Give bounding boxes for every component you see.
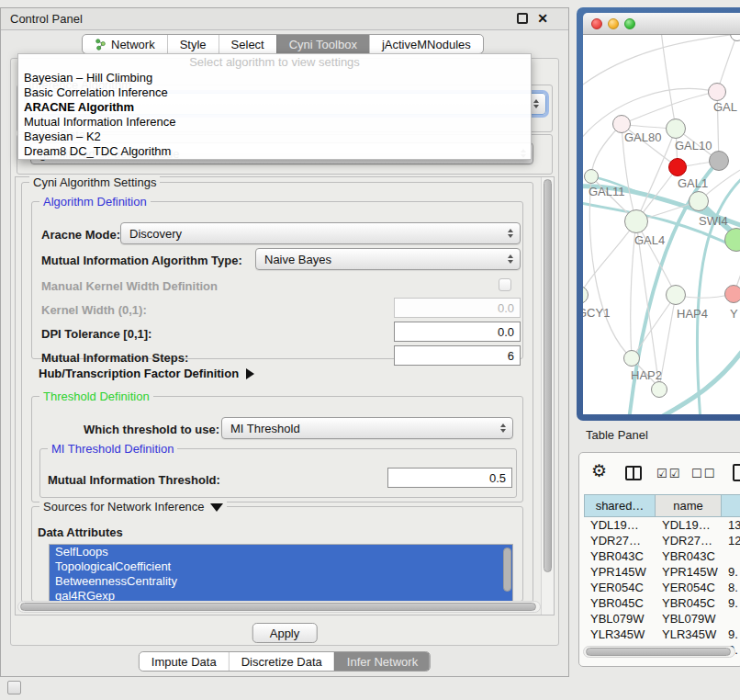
node-label-gal10: GAL10 <box>675 139 712 152</box>
network-view-window: GALGAL80GAL10GAL1GAL11SWI4GAL4GCY1HAP4YH… <box>577 7 740 421</box>
mi-threshold-input[interactable] <box>387 468 512 488</box>
data-attributes-items: SelfLoopsTopologicalCoefficientBetweenne… <box>50 545 512 603</box>
stepper-arrows-icon <box>533 99 539 108</box>
node-label-swi4: SWI4 <box>699 214 728 228</box>
algorithm-option-bayesian-k2[interactable]: Bayesian – K2 <box>18 130 531 144</box>
tab-infer-network[interactable]: Infer Network <box>334 652 430 671</box>
data-attributes-list: SelfLoopsTopologicalCoefficientBetweenne… <box>49 544 513 603</box>
mi-algorithm-type-label: Mutual Information Algorithm Type: <box>41 254 242 267</box>
attribute-item-selfloops[interactable]: SelfLoops <box>50 545 512 559</box>
mi-steps-label: Mutual Information Steps: <box>41 351 188 365</box>
control-panel-tabs: NetworkStyleSelectCyni ToolboxjActiveMNo… <box>82 34 484 54</box>
document-icon[interactable] <box>733 464 740 481</box>
algorithm-popup-placeholder: Select algorithm to view settings <box>18 54 531 71</box>
network-node-swi4[interactable] <box>689 191 709 211</box>
apply-button[interactable]: Apply <box>252 623 318 643</box>
control-panel-bottom-tabs: Impute DataDiscretize DataInfer Network <box>139 651 431 672</box>
tab-cyni-toolbox[interactable]: Cyni Toolbox <box>276 35 369 53</box>
settings-vertical-scrollbar[interactable] <box>541 177 554 615</box>
which-threshold-combobox[interactable]: MI Threshold <box>221 417 513 439</box>
select-all-checkboxes-icon[interactable]: ☑☑ <box>656 467 681 480</box>
table-horizontal-scrollbar[interactable] <box>583 646 735 658</box>
mi-threshold-label: Mutual Information Threshold: <box>48 473 220 487</box>
control-panel-window: Control Panel ✕ NetworkStyleSelectCyni T… <box>0 7 569 677</box>
stepper-arrows-icon <box>500 423 506 433</box>
network-node-hap2[interactable] <box>623 350 640 367</box>
tab-discretize-data[interactable]: Discretize Data <box>229 652 334 671</box>
network-window-titlebar[interactable] <box>583 13 740 35</box>
table-row[interactable]: YDR27…YDR27…12 <box>584 533 740 548</box>
dpi-tolerance-input[interactable] <box>394 322 521 342</box>
which-threshold-label: Which threshold to use: <box>84 423 219 436</box>
network-canvas[interactable]: GALGAL80GAL10GAL1GAL11SWI4GAL4GCY1HAP4YH… <box>583 35 740 414</box>
network-node-gal1[interactable] <box>668 158 687 176</box>
float-panel-icon[interactable] <box>517 13 528 24</box>
hub-transcription-expander[interactable]: Hub/Transcription Factor Definition <box>39 367 254 380</box>
settings-horizontal-scrollbar-thumb[interactable] <box>20 603 536 611</box>
algorithm-option-mutual-information-inference[interactable]: Mutual Information Inference <box>18 115 531 130</box>
tab-impute-data[interactable]: Impute Data <box>140 652 229 671</box>
columns-icon[interactable] <box>625 466 642 480</box>
mi-threshold-definition-group: MI Threshold Definition Mutual Informati… <box>39 448 517 498</box>
tab-select[interactable]: Select <box>219 35 276 53</box>
algorithm-definition-title: Algorithm Definition <box>39 195 151 209</box>
tab-style[interactable]: Style <box>167 35 219 53</box>
aracne-mode-label: Aracne Mode: <box>41 228 120 242</box>
dpi-tolerance-label: DPI Tolerance [0,1]: <box>41 327 151 341</box>
node-label-hap2: HAP2 <box>631 368 662 382</box>
control-panel-titlebar: Control Panel ✕ <box>1 8 568 30</box>
settings-scroll-area: Cyni Algorithm Settings Algorithm Defini… <box>15 176 555 615</box>
network-node-gal10[interactable] <box>666 119 686 139</box>
minimize-traffic-light-icon[interactable] <box>608 18 619 29</box>
mi-steps-input[interactable] <box>394 345 521 366</box>
zoom-traffic-light-icon[interactable] <box>624 18 635 29</box>
column-header-name[interactable]: name <box>656 494 722 517</box>
list-scrollbar-thumb[interactable] <box>503 548 511 592</box>
attribute-item-betweennesscentrality[interactable]: BetweennessCentrality <box>50 574 512 589</box>
table-row[interactable]: YDL19…YDL19…13 <box>584 517 740 533</box>
node-label-gcy1: GCY1 <box>583 306 610 320</box>
mi-algorithm-type-combobox[interactable]: Naive Bayes <box>255 248 521 270</box>
algorithm-option-bayesian-hill-climbing[interactable]: Bayesian – Hill Climbing <box>18 71 531 85</box>
deselect-all-checkboxes-icon[interactable]: ☐☐ <box>691 467 716 480</box>
tab-jactivemnodules[interactable]: jActiveMNodules <box>369 35 483 53</box>
stepper-arrows-icon <box>508 229 513 238</box>
network-node-gal4[interactable] <box>624 209 648 233</box>
table-row[interactable]: YLR345WYLR345W9. <box>584 627 740 642</box>
aracne-mode-combobox[interactable]: Discovery <box>120 222 521 244</box>
table-row[interactable]: YER054CYER054C8. <box>584 580 740 595</box>
table-panel-title: Table Panel <box>586 428 648 442</box>
gear-icon[interactable]: ⚙ <box>591 462 607 480</box>
close-icon[interactable]: ✕ <box>537 11 548 26</box>
kernel-width-label: Kernel Width (0,1): <box>41 303 147 317</box>
algorithm-option-aracne-algorithm[interactable]: ARACNE Algorithm <box>18 100 531 115</box>
table-row[interactable]: YBR045CYBR045C9. <box>584 595 740 611</box>
network-node[interactable] <box>709 151 729 171</box>
algorithm-option-basic-correlation-inference[interactable]: Basic Correlation Inference <box>18 85 531 100</box>
network-node[interactable] <box>651 381 667 398</box>
settings-horizontal-scrollbar[interactable] <box>17 601 541 613</box>
network-node-y[interactable] <box>724 285 740 303</box>
settings-vertical-scrollbar-thumb[interactable] <box>544 179 552 572</box>
tab-network[interactable]: Network <box>83 35 167 53</box>
threshold-definition-group: Threshold Definition Which threshold to … <box>31 396 523 502</box>
column-header-shared[interactable]: shared… <box>584 494 656 517</box>
attribute-item-topologicalcoefficient[interactable]: TopologicalCoefficient <box>50 559 512 574</box>
cyni-algorithm-settings-group: Cyni Algorithm Settings Algorithm Defini… <box>21 182 533 603</box>
node-label-y: Y <box>730 307 738 321</box>
network-node-gal11[interactable] <box>584 169 599 184</box>
algorithm-definition-group: Algorithm Definition Aracne Mode: Discov… <box>31 201 523 359</box>
table-row[interactable]: YBL079WYBL079W <box>584 611 740 627</box>
collapsed-panel-icon[interactable] <box>7 681 21 694</box>
table-horizontal-scrollbar-thumb[interactable] <box>586 648 731 656</box>
table-header-row: shared…nameA <box>584 494 740 517</box>
close-traffic-light-icon[interactable] <box>591 18 602 29</box>
network-node-gal[interactable] <box>708 83 726 101</box>
column-header-a[interactable]: A <box>722 494 740 517</box>
network-node-hap4[interactable] <box>666 285 686 305</box>
table-row[interactable]: YBR043CYBR043C <box>584 548 740 564</box>
table-row[interactable]: YPR145WYPR145W9. <box>584 564 740 580</box>
data-attributes-label: Data Attributes <box>38 525 123 539</box>
control-panel-title: Control Panel <box>10 12 83 26</box>
algorithm-option-dream8-dc-tdc-algorithm[interactable]: Dream8 DC_TDC Algorithm <box>18 144 531 159</box>
